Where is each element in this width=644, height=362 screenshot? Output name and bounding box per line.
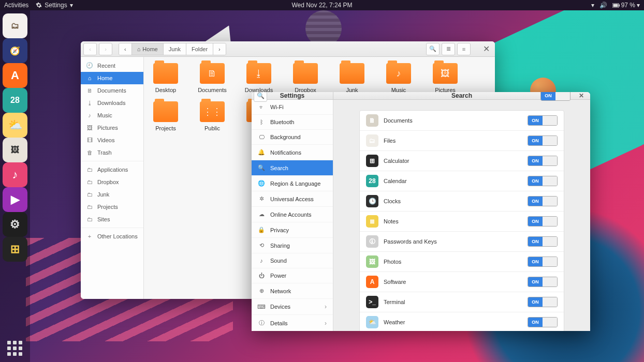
forward-button[interactable]: › [99, 43, 112, 55]
nav-label: Sound [270, 258, 287, 264]
settings-nav-notifications[interactable]: 🔔Notifications [252, 145, 333, 160]
settings-nav-sound[interactable]: ♪Sound [252, 253, 333, 268]
activities-button[interactable]: Activities [4, 2, 28, 9]
provider-toggle[interactable]: ON [528, 115, 558, 126]
sidebar-item-label: Documents [97, 87, 126, 94]
breadcrumb-folder[interactable]: Folder [186, 43, 213, 55]
dock-files[interactable]: 🗂 [3, 13, 27, 38]
details-icon: ⓘ [258, 319, 265, 327]
sidebar-item-videos[interactable]: 🎞Videos [81, 134, 143, 146]
dock-software[interactable]: A [3, 63, 27, 88]
provider-toggle[interactable]: ON [528, 297, 558, 307]
folder-downloads[interactable]: ⭳Downloads [243, 63, 274, 93]
provider-toggle[interactable]: ON [528, 257, 558, 267]
folder-public[interactable]: ⋮⋮Public [197, 101, 228, 131]
sidebar-item-pictures[interactable]: 🖼Pictures [81, 122, 143, 134]
dock-music[interactable]: ♪ [3, 162, 27, 187]
app-icon: 🕒 [366, 195, 378, 207]
app-icon: 28 [366, 175, 378, 187]
provider-toggle[interactable]: ON [528, 216, 558, 227]
volume-icon[interactable]: 🔊 [599, 2, 607, 9]
sidebar-item-recent[interactable]: 🕘Recent [81, 59, 143, 72]
search-providers-list: 🗎 Documents ON 🗂 Files ON ⊞ Calculator O… [359, 110, 564, 331]
breadcrumb-forward[interactable]: › [213, 43, 226, 55]
app-icon: A [366, 276, 378, 288]
settings-nav-sharing[interactable]: ⟲Sharing [252, 238, 333, 253]
provider-toggle[interactable]: ON [528, 135, 558, 146]
settings-nav-wi-fi[interactable]: ᯤWi-Fi [252, 100, 333, 115]
folder-documents[interactable]: 🗎Documents [197, 63, 228, 93]
sidebar-item-dropbox[interactable]: 🗀Dropbox [81, 176, 143, 188]
close-button[interactable]: ✕ [576, 92, 587, 101]
sidebar-item-other-locations[interactable]: +Other Locations [81, 230, 143, 243]
sound-icon: ♪ [258, 258, 265, 264]
dock-photos[interactable]: 🖼 [3, 138, 27, 162]
sidebar-item-music[interactable]: ♪Music [81, 109, 143, 122]
settings-nav-region-language[interactable]: 🌐Region & Language [252, 176, 333, 191]
sidebar-item-sites[interactable]: 🗀Sites [81, 213, 143, 225]
provider-toggle[interactable]: ON [528, 236, 558, 247]
search-master-toggle[interactable]: ON [540, 92, 570, 101]
folder-music[interactable]: ♪Music [383, 63, 414, 93]
back-button[interactable]: ‹ [83, 43, 97, 55]
settings-nav-devices[interactable]: ⌨Devices› [252, 299, 333, 315]
sidebar-item-home[interactable]: ⌂Home [81, 72, 143, 84]
settings-nav-details[interactable]: ⓘDetails› [252, 315, 333, 331]
dock-videos[interactable]: ▶ [3, 187, 27, 212]
sidebar-item-label: Dropbox [97, 179, 119, 185]
battery-indicator[interactable]: 97 % ▾ [612, 2, 640, 9]
settings-nav-power[interactable]: ⏻Power [252, 268, 333, 283]
menu-button[interactable]: ≡ [457, 43, 471, 55]
search-provider-row: 🖼 Photos ON [360, 252, 564, 272]
clock[interactable]: Wed Nov 22, 7:24 PM [291, 2, 352, 9]
provider-toggle[interactable]: ON [528, 317, 558, 327]
dock-calendar[interactable]: 28 [3, 88, 27, 113]
app-name-label: Notes [384, 218, 522, 224]
folder-pictures[interactable]: 🖼Pictures [430, 63, 461, 93]
home-icon: ⌂ [137, 46, 141, 52]
dock-firefox[interactable]: 🧭 [3, 38, 27, 63]
sidebar-item-documents[interactable]: 🗎Documents [81, 84, 143, 97]
sidebar-item-junk[interactable]: 🗀Junk [81, 188, 143, 201]
folder-dropbox[interactable]: Dropbox [290, 63, 321, 93]
settings-nav-search[interactable]: 🔍Search [252, 160, 333, 176]
network-icon[interactable]: ▾ [591, 2, 594, 9]
folder-junk[interactable]: Junk [336, 63, 368, 93]
folder-desktop[interactable]: Desktop [150, 63, 181, 93]
show-applications-button[interactable] [7, 341, 22, 356]
files-headerbar: ‹ › ‹ ⌂ Home Junk Folder › 🔍 ≣ ≡ ✕ [81, 41, 495, 57]
provider-toggle[interactable]: ON [528, 176, 558, 186]
provider-toggle[interactable]: ON [528, 277, 558, 287]
settings-nav-network[interactable]: ⊕Network [252, 283, 333, 299]
folder-projects[interactable]: Projects [150, 101, 181, 131]
settings-nav-universal-access[interactable]: ✲Universal Access [252, 191, 333, 207]
settings-nav-background[interactable]: 🖵Background [252, 130, 333, 145]
privacy-icon: 🔒 [258, 227, 265, 233]
settings-nav-bluetooth[interactable]: ᛒBluetooth [252, 115, 333, 130]
breadcrumb-home[interactable]: ⌂ Home [132, 43, 164, 55]
breadcrumb-junk[interactable]: Junk [164, 43, 186, 55]
breadcrumb-back[interactable]: ‹ [119, 43, 132, 55]
nav-label: Background [270, 134, 301, 140]
sidebar-item-applications[interactable]: 🗀Applications [81, 163, 143, 176]
dock-calculator[interactable]: ⊞ [3, 237, 27, 262]
settings-nav-online-accounts[interactable]: ☁Online Accounts [252, 207, 333, 222]
sidebar-item-trash[interactable]: 🗑Trash [81, 146, 143, 159]
nav-label: Privacy [270, 227, 289, 233]
search-provider-row: ⊞ Calculator ON [360, 151, 564, 171]
app-name-label: Weather [384, 319, 522, 325]
view-list-button[interactable]: ≣ [442, 43, 455, 55]
settings-nav-privacy[interactable]: 🔒Privacy [252, 222, 333, 238]
dock-weather[interactable]: ⛅ [3, 113, 27, 138]
sidebar-item-projects[interactable]: 🗀Projects [81, 201, 143, 213]
provider-toggle[interactable]: ON [528, 156, 558, 166]
app-name-label: Files [384, 138, 522, 144]
close-button[interactable]: ✕ [480, 44, 492, 54]
provider-toggle[interactable]: ON [528, 196, 558, 206]
sidebar-item-downloads[interactable]: ⭳Downloads [81, 97, 143, 109]
folder-icon: 🕘 [86, 62, 93, 69]
sidebar-item-label: Videos [97, 137, 114, 143]
dock-settings[interactable]: ⚙ [3, 212, 27, 237]
app-menu[interactable]: Settings ▾ [36, 2, 72, 9]
search-button[interactable]: 🔍 [426, 43, 440, 55]
